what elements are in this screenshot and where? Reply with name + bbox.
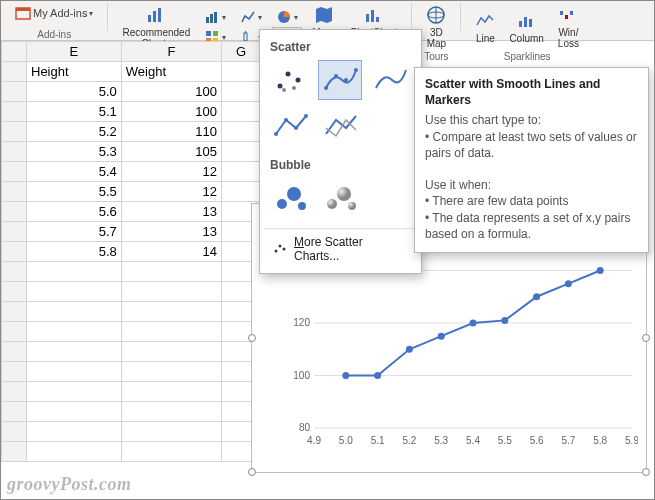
svg-rect-21 — [376, 17, 379, 22]
svg-point-78 — [470, 320, 477, 327]
cell[interactable] — [27, 302, 122, 322]
scatter-straight-markers-option[interactable] — [268, 106, 312, 146]
svg-point-42 — [294, 126, 298, 130]
bubble-option[interactable] — [268, 178, 312, 218]
cell[interactable] — [222, 142, 261, 162]
column-header-g[interactable]: G — [222, 42, 261, 62]
col-corner[interactable] — [2, 42, 27, 62]
column-header-e[interactable]: E — [27, 42, 122, 62]
my-addins-button[interactable]: My Add-ins ▾ — [11, 3, 97, 23]
cell[interactable]: 5.3 — [27, 142, 122, 162]
cell[interactable] — [121, 402, 221, 422]
scatter-smooth-option[interactable] — [368, 60, 412, 100]
cell[interactable] — [222, 162, 261, 182]
cell[interactable] — [27, 322, 122, 342]
sparkline-line-button[interactable]: Line — [471, 9, 499, 46]
cell-e-header[interactable]: Height — [27, 62, 122, 82]
resize-handle[interactable] — [248, 334, 256, 342]
scatter-straight-option[interactable] — [318, 106, 362, 146]
svg-point-39 — [354, 68, 358, 72]
svg-point-44 — [277, 199, 287, 209]
svg-rect-27 — [529, 19, 532, 27]
cell[interactable]: 5.6 — [27, 202, 122, 222]
svg-point-48 — [337, 187, 351, 201]
svg-point-77 — [438, 333, 445, 340]
cell[interactable] — [27, 402, 122, 422]
cell[interactable]: 5.4 — [27, 162, 122, 182]
cell[interactable]: 5.1 — [27, 102, 122, 122]
tours-group: 3D Map Tours — [416, 3, 456, 40]
cell[interactable] — [27, 342, 122, 362]
svg-rect-1 — [16, 8, 30, 11]
resize-handle[interactable] — [248, 468, 256, 476]
cell[interactable] — [121, 342, 221, 362]
cell[interactable]: 12 — [121, 182, 221, 202]
cell[interactable] — [222, 182, 261, 202]
cell[interactable] — [121, 262, 221, 282]
spark-line-icon — [475, 11, 495, 31]
chart-type-pie-button[interactable]: ▾ — [272, 7, 302, 27]
chart-type-bar-button[interactable]: ▾ — [200, 7, 230, 27]
spreadsheet[interactable]: E F G HeightWeight 5.0100 5.1100 5.2110 … — [1, 41, 261, 471]
svg-text:5.2: 5.2 — [402, 435, 416, 446]
cell[interactable]: 5.7 — [27, 222, 122, 242]
svg-text:5.8: 5.8 — [593, 435, 607, 446]
scatter-section-title: Scatter — [264, 38, 417, 60]
column-header-f[interactable]: F — [121, 42, 221, 62]
svg-point-82 — [597, 267, 604, 274]
cell[interactable]: 110 — [121, 122, 221, 142]
cell[interactable]: 100 — [121, 82, 221, 102]
cell[interactable]: 13 — [121, 202, 221, 222]
cell[interactable] — [222, 122, 261, 142]
cell[interactable]: 14 — [121, 242, 221, 262]
cell[interactable]: 100 — [121, 102, 221, 122]
cell-g-header[interactable] — [222, 62, 261, 82]
cell[interactable] — [27, 362, 122, 382]
resize-handle[interactable] — [642, 468, 650, 476]
svg-text:5.6: 5.6 — [530, 435, 544, 446]
cell[interactable] — [121, 282, 221, 302]
sparkline-column-button[interactable]: Column — [505, 9, 547, 46]
cell[interactable] — [121, 362, 221, 382]
scatter-smooth-markers-option[interactable] — [318, 60, 362, 100]
cell[interactable] — [27, 382, 122, 402]
pie-chart-icon — [276, 9, 292, 25]
cell[interactable] — [27, 262, 122, 282]
cell[interactable]: 105 — [121, 142, 221, 162]
cell[interactable]: 5.0 — [27, 82, 122, 102]
3dmap-button[interactable]: 3D Map — [422, 3, 450, 51]
cell[interactable] — [27, 442, 122, 462]
svg-rect-8 — [206, 31, 211, 36]
resize-handle[interactable] — [642, 334, 650, 342]
sparkline-line-label: Line — [476, 33, 495, 44]
svg-rect-7 — [214, 12, 217, 23]
cell[interactable]: 13 — [121, 222, 221, 242]
cell[interactable]: 5.5 — [27, 182, 122, 202]
svg-text:5.3: 5.3 — [434, 435, 448, 446]
cell[interactable] — [121, 302, 221, 322]
cell[interactable]: 12 — [121, 162, 221, 182]
cell[interactable] — [121, 442, 221, 462]
bubble-3d-option[interactable] — [318, 178, 362, 218]
cell[interactable] — [222, 82, 261, 102]
spark-winloss-icon — [558, 5, 578, 25]
cell[interactable] — [27, 422, 122, 442]
cell[interactable] — [121, 322, 221, 342]
cell[interactable] — [27, 282, 122, 302]
svg-point-31 — [278, 84, 283, 89]
cell[interactable] — [222, 102, 261, 122]
cell-f-header[interactable]: Weight — [121, 62, 221, 82]
scatter-markers-option[interactable] — [268, 60, 312, 100]
chart-type-line-button[interactable]: ▾ — [236, 7, 266, 27]
svg-rect-28 — [560, 11, 563, 15]
more-scatter-label: More Scatter Charts... — [294, 235, 409, 263]
cell[interactable]: 5.2 — [27, 122, 122, 142]
cell[interactable] — [121, 382, 221, 402]
cell[interactable] — [121, 422, 221, 442]
svg-rect-6 — [210, 14, 213, 23]
watermark: groovyPost.com — [7, 474, 131, 495]
spark-column-icon — [517, 11, 537, 31]
cell[interactable]: 5.8 — [27, 242, 122, 262]
more-scatter-charts-button[interactable]: More Scatter Charts... — [264, 228, 417, 269]
sparkline-winloss-button[interactable]: Win/ Loss — [554, 3, 583, 51]
